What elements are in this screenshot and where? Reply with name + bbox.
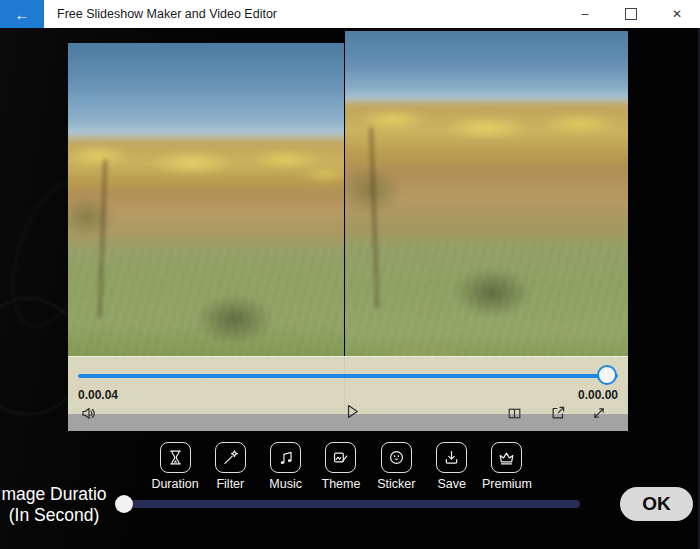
compare-panes-icon[interactable] [506,405,523,422]
fullscreen-icon[interactable] [590,404,608,422]
download-icon [436,442,467,473]
image-duration-label: mage Duratio (In Second) [0,484,120,526]
seek-handle[interactable] [597,365,617,385]
toolbar-item-music[interactable]: Music [261,442,311,491]
image-duration-label-line2: (In Second) [0,505,120,526]
minimize-icon: – [582,7,589,21]
seek-bar[interactable] [78,374,618,378]
toolbar-label: Filter [216,477,244,491]
close-icon: ✕ [672,7,682,21]
ok-button[interactable]: OK [620,487,693,521]
app-window: ← Free Slideshow Maker and Video Editor … [0,0,700,549]
minimize-button[interactable]: – [562,0,608,28]
export-icon[interactable] [549,404,567,422]
remaining-time: 0.00.00 [578,388,618,402]
bottom-toolbar: Duration Filter Music [150,442,532,491]
maximize-button[interactable] [608,0,654,28]
toolbar-label: Save [437,477,466,491]
crown-icon [491,442,522,473]
toolbar-item-duration[interactable]: Duration [150,442,200,491]
toolbar-item-filter[interactable]: Filter [205,442,255,491]
magic-wand-icon [215,442,246,473]
image-duration-label-line1: mage Duratio [0,484,120,505]
smiley-icon [381,442,412,473]
titlebar: ← Free Slideshow Maker and Video Editor … [0,0,700,28]
toolbar-label: Duration [151,477,198,491]
image-duration-track[interactable] [127,500,580,508]
play-icon[interactable] [343,402,362,421]
toolbar-label: Premium [482,477,532,491]
toolbar-item-theme[interactable]: Theme [316,442,366,491]
back-arrow-icon: ← [15,6,30,23]
close-button[interactable]: ✕ [654,0,700,28]
image-duration-slider[interactable] [119,496,580,512]
hourglass-icon [160,442,191,473]
back-button[interactable]: ← [0,0,44,28]
toolbar-item-sticker[interactable]: Sticker [371,442,421,491]
picture-edit-icon [325,442,356,473]
toolbar-item-premium[interactable]: Premium [482,442,532,491]
toolbar-label: Sticker [377,477,415,491]
elapsed-time: 0.00.04 [78,388,118,402]
toolbar-label: Theme [322,477,361,491]
music-note-icon [270,442,301,473]
toolbar-label: Music [269,477,302,491]
window-title: Free Slideshow Maker and Video Editor [57,0,277,28]
speaker-icon[interactable] [80,404,98,422]
image-duration-handle[interactable] [115,495,133,513]
maximize-icon [625,8,637,20]
toolbar-item-save[interactable]: Save [427,442,477,491]
window-controls: – ✕ [562,0,700,28]
